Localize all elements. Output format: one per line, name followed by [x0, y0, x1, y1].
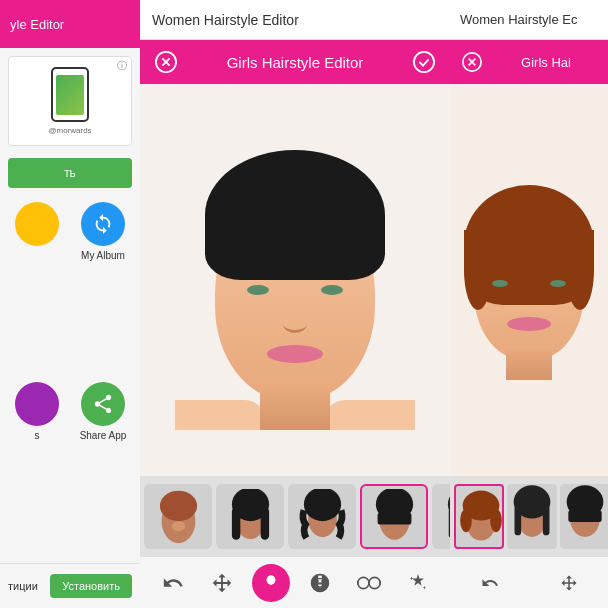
install-button[interactable]: Установить	[50, 574, 132, 598]
right-pink-bar: Girls Hai	[450, 40, 608, 84]
svg-point-6	[171, 521, 185, 531]
right-hair-thumb-1[interactable]	[454, 484, 504, 549]
right-pink-bar-title: Girls Hai	[492, 55, 600, 70]
shoulder-left	[175, 400, 265, 430]
right-hairstyle-selector	[450, 476, 608, 556]
hair-thumb-2[interactable]	[216, 484, 284, 549]
right-hair-thumb-3[interactable]	[560, 484, 608, 549]
right-resize-button[interactable]	[553, 567, 585, 599]
yellow-icon	[15, 202, 59, 246]
face-button[interactable]	[301, 564, 339, 602]
sparkle-button[interactable]	[399, 564, 437, 602]
neck	[260, 390, 330, 430]
menu-item-1[interactable]	[8, 202, 66, 374]
right-header-title: Women Hairstyle Ec	[460, 12, 578, 27]
share-icon	[81, 382, 125, 426]
face2-neck	[506, 350, 552, 380]
hair-color-button[interactable]	[252, 564, 290, 602]
eye-left	[247, 285, 269, 295]
menu-item-share[interactable]: Share App	[74, 382, 132, 554]
nose	[283, 315, 307, 333]
menu-label-3: s	[35, 430, 40, 441]
svg-rect-15	[377, 512, 411, 524]
svg-point-5	[159, 490, 196, 520]
middle-face-model	[195, 130, 395, 430]
hair2-side-left	[464, 230, 492, 310]
face2-eye-left	[492, 280, 508, 287]
svg-point-29	[369, 577, 380, 588]
right-panel: Women Hairstyle Ec Girls Hai	[450, 0, 608, 608]
menu-item-3[interactable]: s	[8, 382, 66, 554]
middle-app-title: Women Hairstyle Editor	[152, 12, 438, 28]
share-label: Share App	[80, 430, 127, 441]
hair-thumb-4[interactable]	[360, 484, 428, 549]
left-header: yle Editor	[0, 0, 140, 48]
resize-button[interactable]	[203, 564, 241, 602]
lips	[267, 345, 323, 363]
hair-thumb-3[interactable]	[288, 484, 356, 549]
hairstyle-selector	[140, 476, 450, 556]
middle-close-button[interactable]	[152, 48, 180, 76]
svg-point-27	[321, 579, 324, 582]
right-header: Women Hairstyle Ec	[450, 0, 608, 40]
svg-rect-42	[515, 505, 522, 535]
bottom-bar: тиции Установить	[0, 563, 140, 608]
right-face-area	[450, 84, 608, 476]
eye-right	[321, 285, 343, 295]
ad-close-icon[interactable]: ⓘ	[117, 59, 127, 73]
left-panel: yle Editor ⓘ @morwards ть My Album s	[0, 0, 140, 608]
glasses-button[interactable]	[350, 564, 388, 602]
hair-thumb-1[interactable]	[144, 484, 212, 549]
face2-eye-right	[550, 280, 566, 287]
shoulder-right	[325, 400, 415, 430]
middle-panel: Women Hairstyle Editor Girls Hairstyle E…	[140, 0, 450, 608]
menu-grid: My Album s Share App	[0, 192, 140, 563]
svg-rect-10	[260, 507, 268, 539]
middle-pink-bar-title: Girls Hairstyle Editor	[190, 54, 400, 71]
middle-app-header: Women Hairstyle Editor	[140, 0, 450, 40]
right-close-button[interactable]	[458, 48, 486, 76]
svg-point-38	[460, 508, 472, 531]
svg-point-3	[414, 52, 434, 72]
camera-refresh-icon	[81, 202, 125, 246]
right-face-model	[459, 180, 599, 380]
ad-action-button[interactable]: ть	[8, 158, 132, 188]
middle-check-button[interactable]	[410, 48, 438, 76]
svg-rect-46	[568, 510, 601, 522]
ad-phone-screen	[56, 75, 84, 115]
svg-point-26	[315, 579, 318, 582]
hair-bangs	[213, 220, 377, 270]
svg-point-28	[357, 577, 368, 588]
purple-icon	[15, 382, 59, 426]
album-label: My Album	[81, 250, 125, 261]
face2-lips	[507, 317, 551, 331]
middle-toolbar	[140, 556, 450, 608]
svg-rect-9	[231, 507, 239, 539]
middle-pink-bar: Girls Hairstyle Editor	[140, 40, 450, 84]
left-header-title: yle Editor	[10, 17, 64, 32]
undo-button[interactable]	[154, 564, 192, 602]
ad-domain-text: @morwards	[48, 126, 91, 135]
svg-rect-43	[543, 505, 550, 535]
hair-thumb-5[interactable]	[432, 484, 450, 549]
hair2-side-right	[566, 230, 594, 310]
svg-point-39	[490, 508, 502, 531]
right-undo-button[interactable]	[474, 567, 506, 599]
ad-banner: ⓘ @morwards	[8, 56, 132, 146]
bottom-text: тиции	[8, 580, 38, 592]
middle-face-area	[140, 84, 450, 476]
right-toolbar	[450, 556, 608, 608]
menu-item-album[interactable]: My Album	[74, 202, 132, 374]
right-hair-thumb-2[interactable]	[507, 484, 557, 549]
ad-phone-icon	[51, 67, 89, 122]
